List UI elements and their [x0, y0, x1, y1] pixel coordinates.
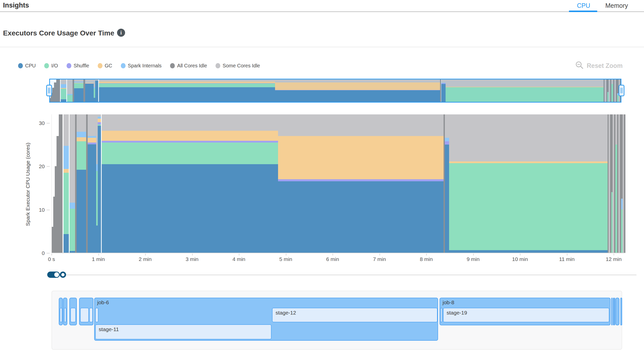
stage-label: stage-19 [444, 308, 609, 316]
legend-label: Some Cores Idle [223, 63, 260, 69]
x-tick-mark [192, 254, 193, 255]
layer-cpu [70, 251, 75, 253]
stage-bar[interactable] [95, 308, 98, 322]
stage-bar[interactable] [60, 308, 62, 322]
layer-some_idle [615, 114, 617, 145]
job-bar[interactable] [614, 298, 615, 325]
chart-segment [445, 114, 449, 253]
legend-item-internals: Spark Internals [121, 63, 162, 69]
brush-handle-left[interactable] [46, 85, 52, 96]
legend-dot-all_idle [170, 63, 175, 68]
legend-item-io: I/O [44, 63, 58, 69]
x-tick-mark [51, 254, 52, 255]
x-tick-mark [614, 254, 614, 255]
layer-internals [64, 146, 69, 169]
legend-dot-some_idle [216, 63, 220, 68]
chart-segment [102, 114, 278, 253]
y-tick-label: 0 [34, 250, 45, 256]
layer-all_idle [57, 136, 59, 253]
stage-bar-stage-11[interactable]: stage-11 [95, 324, 272, 339]
layer-internals [77, 132, 86, 137]
chart-segment [77, 114, 86, 253]
layer-io [70, 209, 75, 251]
chart-segment [88, 114, 96, 253]
chart-segment [615, 114, 617, 253]
layer-io [64, 173, 69, 234]
page-title: Insights [3, 2, 29, 9]
stage-label: stage-12 [273, 308, 437, 316]
layer-all_idle [624, 114, 625, 253]
reset-zoom-button[interactable]: Reset Zoom [575, 61, 623, 70]
stage-bar[interactable] [70, 308, 76, 322]
slider-toggle[interactable] [47, 272, 60, 278]
slider-track[interactable] [63, 275, 636, 275]
tab-memory[interactable]: Memory [605, 2, 628, 9]
layer-some_idle [98, 114, 101, 117]
stage-bar-stage-19[interactable]: stage-19 [443, 308, 609, 322]
section-divider [0, 47, 644, 47]
layer-all_idle [59, 114, 63, 253]
tab-cpu[interactable]: CPU [577, 2, 590, 9]
toggle-knob [54, 272, 59, 277]
x-tick-mark [239, 254, 239, 255]
y-tick-label: 10 [34, 207, 45, 213]
legend-dot-cpu [18, 63, 23, 68]
stage-bar[interactable] [80, 308, 89, 322]
jobs-timeline-panel: job-6stage-12stage-11job-8stage-19 [51, 291, 622, 350]
layer-shuffle [88, 143, 96, 144]
y-axis-title: Spark Executor CPU Usage (cores) [24, 114, 32, 253]
layer-some_idle [102, 114, 278, 131]
x-tick-label: 10 min [512, 256, 528, 262]
legend-label: GC [105, 63, 112, 69]
stage-bar-stage-12[interactable]: stage-12 [272, 308, 438, 322]
layer-some_idle [77, 114, 86, 132]
x-tick-mark [380, 254, 380, 255]
job-bar[interactable] [615, 298, 619, 325]
x-tick-mark [286, 254, 286, 255]
x-axis: 0 s1 min2 min3 min4 min5 min6 min7 min8 … [51, 254, 625, 265]
legend-item-gc: GC [98, 63, 112, 69]
layer-gc [88, 138, 96, 143]
job-bar[interactable] [613, 298, 614, 325]
layer-some_idle [449, 114, 608, 161]
stage-bar[interactable] [440, 308, 442, 322]
legend-item-cpu: CPU [18, 63, 36, 69]
layer-cpu [88, 144, 96, 253]
layer-gc [278, 136, 444, 179]
slider-handle[interactable] [60, 272, 66, 278]
x-tick-mark [520, 254, 520, 255]
layer-shuffle [278, 179, 444, 182]
layer-io [98, 124, 101, 126]
job-label: job-8 [440, 298, 610, 305]
layer-shuffle [98, 122, 101, 124]
job-bar[interactable] [611, 298, 612, 325]
legend-item-some_idle: Some Cores Idle [216, 63, 260, 69]
x-tick-label: 4 min [232, 256, 245, 262]
y-tick-mark [47, 123, 50, 123]
layer-internals [445, 138, 449, 141]
layer-io [102, 143, 278, 164]
layer-internals [70, 203, 75, 209]
stage-bar[interactable] [64, 308, 66, 322]
layer-some_idle [445, 114, 449, 138]
stage-bar[interactable] [89, 308, 93, 322]
x-tick-mark [473, 254, 474, 255]
layer-cpu [449, 250, 608, 253]
x-tick-label: 1 min [92, 256, 105, 262]
overview-chart[interactable] [49, 79, 621, 103]
layer-gc [98, 119, 101, 122]
x-tick-label: 0 s [48, 256, 55, 262]
layer-gc [77, 137, 86, 141]
chart-segment [624, 114, 625, 253]
chart-segment [64, 114, 69, 253]
chart-segment [98, 114, 101, 253]
job-bar[interactable] [620, 298, 622, 325]
brush-handle-right[interactable] [619, 85, 624, 96]
brush-selection[interactable] [49, 79, 621, 103]
info-icon[interactable]: i [117, 29, 125, 37]
x-tick-label: 11 min [559, 256, 574, 262]
layer-io [615, 145, 617, 253]
reset-zoom-label: Reset Zoom [587, 62, 623, 69]
legend: CPUI/OShuffleGCSpark InternalsAll Cores … [18, 62, 260, 69]
chart-segment [449, 114, 608, 253]
